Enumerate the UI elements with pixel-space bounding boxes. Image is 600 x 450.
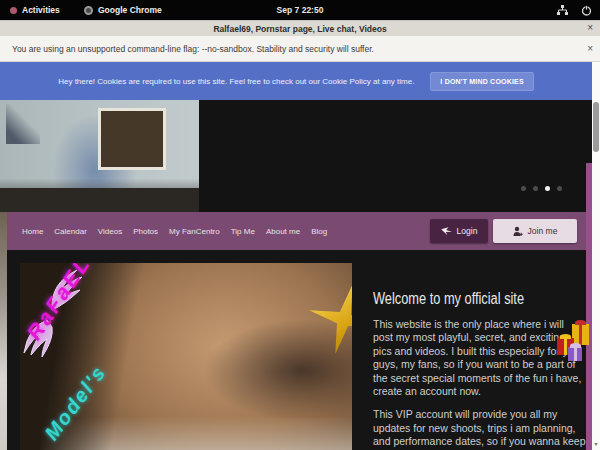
login-button[interactable]: Login (430, 219, 488, 243)
hero-photo-placeholder (0, 100, 199, 212)
cookie-accept-button[interactable]: I DON'T MIND COOKIES (430, 72, 533, 91)
join-person-icon (513, 226, 523, 237)
site-navbar: Home Calendar Videos Photos My FanCentro… (7, 212, 592, 250)
page-scrollbar[interactable]: ▾ (592, 62, 600, 450)
clock-text: Sep 7 22:50 (277, 5, 324, 15)
cookie-message: Hey there! Cookies are required to use t… (58, 77, 414, 86)
scrollbar-down-arrow[interactable]: ▾ (592, 441, 600, 447)
window-close-button[interactable]: × (587, 22, 593, 33)
welcome-heading: Welcome to my official site (373, 290, 543, 308)
hero-photo-detail (98, 108, 166, 170)
flag-warning-close-button[interactable]: × (587, 43, 593, 54)
cookie-banner: Hey there! Cookies are required to use t… (0, 62, 592, 100)
welcome-paragraph: This VIP account will provide you all my… (373, 408, 586, 450)
join-me-label: Join me (528, 226, 558, 236)
photo-shade (203, 319, 352, 422)
power-icon[interactable] (581, 5, 592, 16)
clock-menu[interactable]: Sep 7 22:50 (0, 0, 600, 20)
profile-photo-placeholder: RaFaEL Model's (20, 263, 352, 450)
gift-icon (572, 324, 589, 345)
nav-item-my-fancentro[interactable]: My FanCentro (169, 227, 220, 236)
gift-icon (568, 347, 582, 361)
login-pointer-icon (441, 226, 452, 236)
page-viewport: Hey there! Cookies are required to use t… (0, 62, 592, 450)
window-title: Ralfael69, Pornstar page, Live chat, Vid… (0, 21, 600, 37)
hero-photo-detail (0, 188, 199, 212)
network-icon[interactable] (557, 5, 568, 16)
window-titlebar: Ralfael69, Pornstar page, Live chat, Vid… (0, 20, 600, 36)
desktop-top-bar: Activities Google Chrome Sep 7 22:50 (0, 0, 600, 20)
nav-links: Home Calendar Videos Photos My FanCentro… (22, 212, 327, 250)
body-background-sliver (0, 212, 7, 450)
join-me-button[interactable]: Join me (493, 219, 577, 243)
carousel-dot[interactable] (533, 186, 538, 191)
welcome-text-column: Welcome to my official site This website… (373, 290, 586, 450)
main-article: RaFaEL Model's Welcome to my official si… (7, 250, 586, 450)
hero-banner (0, 100, 592, 212)
screen: Activities Google Chrome Sep 7 22:50 Ral… (0, 0, 600, 450)
carousel-dot[interactable] (557, 186, 562, 191)
page-edge-strip (586, 163, 592, 450)
login-label: Login (457, 226, 478, 236)
system-tray (557, 0, 592, 20)
nav-item-photos[interactable]: Photos (133, 227, 158, 236)
welcome-paragraph: This website is the only place where i w… (373, 318, 586, 398)
carousel-dots (521, 186, 562, 191)
nav-item-calendar[interactable]: Calendar (54, 227, 86, 236)
flag-warning-bar: You are using an unsupported command-lin… (0, 36, 600, 62)
nav-item-blog[interactable]: Blog (311, 227, 327, 236)
hero-photo-detail (6, 104, 40, 144)
nav-item-tip-me[interactable]: Tip Me (231, 227, 255, 236)
flag-warning-message: You are using an unsupported command-lin… (12, 36, 374, 62)
carousel-dot[interactable] (521, 186, 526, 191)
nav-item-about-me[interactable]: About me (266, 227, 300, 236)
nav-item-home[interactable]: Home (22, 227, 43, 236)
carousel-dot-active[interactable] (545, 186, 550, 191)
scrollbar-thumb[interactable] (593, 102, 599, 152)
nav-item-videos[interactable]: Videos (98, 227, 122, 236)
